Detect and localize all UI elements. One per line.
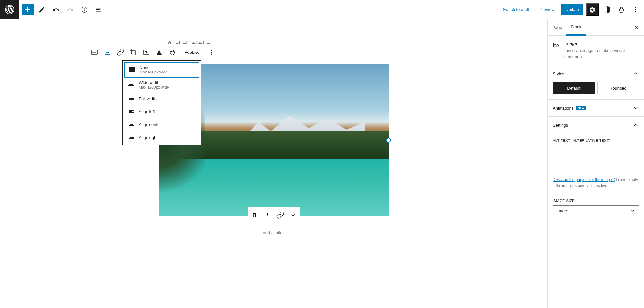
align-option-none[interactable]: None Max 650px wide [124,62,199,78]
pencil-icon [38,6,45,13]
block-type-button[interactable] [88,44,101,60]
jetpack-button[interactable] [601,4,613,15]
seo-button[interactable] [166,44,179,60]
image-size-select[interactable]: Large [553,205,639,216]
text-overlay-button[interactable] [140,44,153,60]
caption-more-button[interactable] [287,207,300,223]
image-size-value: Large [556,208,567,213]
animations-panel-title: Animations [553,106,573,111]
close-icon [633,24,639,31]
align-option-wide[interactable]: Wide width Max 1200px wide [124,78,199,92]
details-button[interactable] [79,4,90,15]
tab-block[interactable]: Block [566,19,586,36]
update-button[interactable]: Update [561,4,583,15]
align-option-left[interactable]: Align left [124,105,199,118]
italic-button[interactable]: I [261,207,274,223]
redo-icon [67,6,74,13]
align-wide-icon [127,81,135,89]
switch-to-draft-button[interactable]: Switch to draft [499,5,533,14]
align-option-label: Full width [139,96,157,101]
align-option-center[interactable]: Align center [124,118,199,131]
svg-point-6 [635,7,636,8]
tab-page[interactable]: Page [548,19,566,35]
crop-icon [130,48,137,56]
style-rounded-button[interactable]: Rounded [597,82,639,94]
caption-input[interactable]: Add caption [263,230,285,235]
caption-link-button[interactable] [274,207,287,223]
svg-point-4 [620,8,621,9]
svg-point-17 [211,50,212,51]
align-right-icon [127,133,135,141]
align-option-sublabel: Max 650px wide [139,70,168,74]
settings-button[interactable] [586,3,599,16]
svg-point-16 [173,51,174,52]
settings-panel-header[interactable]: Settings [548,117,644,133]
outline-button[interactable] [93,4,104,15]
editor-canvas: Add title [0,19,547,308]
svg-point-15 [171,51,172,52]
styles-panel-header[interactable]: Styles [548,65,644,82]
more-vertical-icon [632,6,639,13]
align-option-label: None [139,65,168,70]
animations-panel-header[interactable]: Animations NEW [548,100,644,116]
alt-text-input[interactable] [553,145,639,172]
topbar: Switch to draft Preview Update [0,0,644,19]
undo-button[interactable] [50,4,62,15]
contrast-icon [603,6,611,14]
svg-point-19 [211,54,212,55]
block-more-button[interactable] [205,44,218,60]
chevron-up-icon [632,122,639,128]
preview-button[interactable]: Preview [536,5,558,14]
align-option-sublabel: Max 1200px wide [139,85,169,90]
replace-button[interactable]: Replace [179,44,205,60]
resize-handle[interactable] [386,138,391,143]
settings-sidebar: Page Block Image Insert an image to make… [547,19,644,308]
more-options-button[interactable] [630,4,641,15]
caption-toolbar: B I [248,207,300,223]
block-toolbar: None Max 650px wide Wide width Max 1200p… [88,44,218,60]
image-icon [553,41,560,49]
alt-text-label: ALT TEXT (ALTERNATIVE TEXT) [553,139,639,142]
svg-rect-12 [130,70,134,70]
new-badge: NEW [576,106,586,110]
plus-icon [24,6,32,14]
align-left-icon [127,108,135,115]
more-vertical-icon [208,49,215,56]
align-none-icon [104,48,111,56]
alt-text-help-link[interactable]: Describe the purpose of the image [553,178,612,182]
styles-panel-title: Styles [553,72,564,76]
align-center-icon [127,120,135,128]
tools-button[interactable] [36,4,48,15]
plugin-button[interactable] [616,4,627,15]
align-option-label: Align right [139,135,158,140]
style-default-button[interactable]: Default [553,82,595,94]
duotone-button[interactable] [153,44,166,60]
align-option-right[interactable]: Align right [124,131,199,144]
align-none-icon [128,66,136,74]
close-sidebar-button[interactable] [632,24,640,31]
align-option-label: Wide width [139,80,169,85]
crop-button[interactable] [127,44,140,60]
svg-point-3 [620,7,624,12]
alt-text-help: Describe the purpose of the imageLeave e… [548,177,644,194]
sidebar-tabs: Page Block [548,19,644,36]
align-dropdown: None Max 650px wide Wide width Max 1200p… [122,60,201,145]
list-icon [95,6,102,13]
svg-rect-13 [129,98,134,100]
block-type-title: Image [564,41,639,46]
redo-button[interactable] [64,4,76,15]
image-size-label: IMAGE SIZE [553,199,639,203]
align-option-label: Align center [139,122,161,127]
chevron-down-icon [630,208,635,213]
external-link-icon [612,178,616,182]
penguin-icon [169,49,176,56]
link-button[interactable] [114,44,127,60]
add-block-button[interactable] [22,4,34,15]
chevron-up-icon [632,71,639,77]
align-button[interactable] [101,44,114,60]
image-icon [91,48,98,56]
bold-button[interactable]: B [248,207,261,223]
align-option-full[interactable]: Full width [124,92,199,105]
wordpress-logo[interactable] [0,0,19,19]
chevron-down-icon [632,105,639,111]
